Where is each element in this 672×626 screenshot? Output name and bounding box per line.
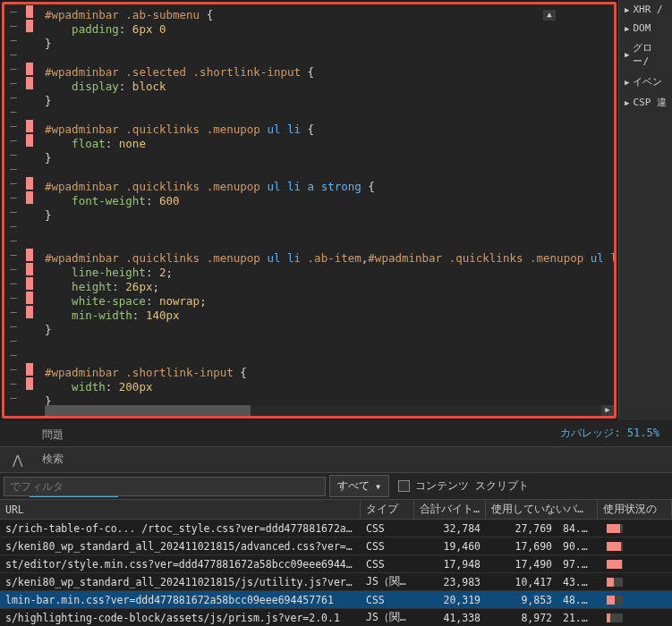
drawer-tabs: ⋀ 問題検索カバレッジ× [0,446,672,473]
cell-pct: 84.7% [557,520,598,537]
code-line[interactable]: min-width: 140px [45,309,614,323]
cell-vis [598,612,672,624]
code-line[interactable]: width: 200px [45,380,614,394]
table-row[interactable]: s/highlighting-code-block/assets/js/pris… [0,609,672,626]
sidebar-item-label: CSP 違 [633,96,667,109]
col-unused[interactable]: 使用していないバイト▼ [486,500,598,519]
cell-url: s/rich-table-of-co... /rtoc_style.css?ve… [0,520,361,537]
scroll-right-icon[interactable]: ▶ [601,405,614,416]
expand-arrow-icon: ▶ [625,5,629,14]
source-code-area[interactable]: #wpadminbar .ab-submenu { padding: 6px 0… [45,4,614,409]
col-vis[interactable]: 使用状況の [598,500,672,519]
sidebar-item[interactable]: ▶CSP 違 [619,92,672,113]
horizontal-scrollbar[interactable] [45,405,601,416]
col-url[interactable]: URL [0,501,361,519]
cell-pct: 48.5% [557,592,598,608]
cell-vis [598,576,672,588]
gutter-dash: – [4,63,22,75]
cell-total: 41,338 [414,610,486,626]
gutter-dash: – [4,48,22,61]
coverage-bar-marker [26,377,33,390]
gutter-dash: – [4,349,22,361]
code-line[interactable] [45,51,614,65]
code-line[interactable]: font-weight: 600 [45,194,614,208]
sidebar-item[interactable]: ▶イベン​ [619,72,672,92]
table-row[interactable]: lmin-bar.min.css?ver=ddd477881672a58bcc0… [0,591,672,609]
cell-unused: 8,972 [486,610,557,626]
code-line[interactable]: #wpadminbar .ab-submenu { [45,8,614,22]
drawer-tab[interactable]: 問題 [30,423,118,447]
col-total[interactable]: 合計バイト数 [414,500,486,519]
code-line[interactable]: #wpadminbar .quicklinks .menupop ul li .… [45,251,614,266]
gutter-dash: – [4,392,22,404]
sidebar-item[interactable]: ▶グロー/ [619,38,672,72]
gutter-dash: – [4,249,22,261]
gutter-dash: – [4,234,22,247]
code-line[interactable] [45,237,614,251]
sidebar-item-label: DOM [633,22,651,34]
code-line[interactable]: padding: 6px 0 [45,22,614,37]
code-line[interactable] [45,165,614,180]
gutter-dash: – [4,263,22,275]
coverage-bar-marker [26,20,33,32]
gutter-dash: – [4,191,22,204]
code-line[interactable]: #wpadminbar .shortlink-input { [45,366,614,380]
code-line[interactable]: line-height: 2; [45,266,614,280]
gutter-dash: – [4,34,22,47]
cell-url: s/keni80_wp_standard_all_202411021815/js… [0,574,361,590]
scrollbar-thumb[interactable] [45,405,251,416]
cell-type: JS（関... [361,609,414,626]
gutter-dash: – [4,206,22,218]
cell-url: s/highlighting-code-block/assets/js/pris… [0,610,361,626]
code-line[interactable]: display: block [45,80,614,94]
table-row[interactable]: s/keni80_wp_standard_all_202411021815/ad… [0,537,672,555]
drawer-tab[interactable]: 検索 [30,447,118,471]
expand-arrow-icon: ▶ [625,50,629,59]
gutter-dash: – [4,334,22,347]
content-scripts-checkbox[interactable] [398,480,410,492]
gutter-dash: – [4,163,22,175]
sidebar-item[interactable]: ▶DOM [619,19,672,38]
gutter-dash: – [4,106,22,118]
code-line[interactable]: } [45,37,614,51]
coverage-bar-marker [26,120,33,132]
expand-arrow-icon: ▶ [625,98,629,107]
table-row[interactable]: s/rich-table-of-co... /rtoc_style.css?ve… [0,520,672,537]
code-line[interactable]: } [45,323,614,337]
code-line[interactable]: height: 26px; [45,280,614,294]
code-line[interactable] [45,223,614,237]
code-line[interactable]: } [45,151,614,165]
cell-unused: 10,417 [486,574,557,590]
code-line[interactable]: white-space: nowrap; [45,294,614,309]
coverage-bar-marker [26,177,33,190]
code-line[interactable] [45,108,614,123]
code-line[interactable]: } [45,208,614,223]
code-line[interactable]: float: none [45,137,614,151]
gutter-dash: – [4,220,22,233]
overflow-icon[interactable]: ⋀ [7,453,28,467]
table-row[interactable]: s/keni80_wp_standard_all_202411021815/js… [0,573,672,591]
cell-pct: 90.9% [557,538,598,554]
gutter-dash: – [4,148,22,161]
sidebar-item[interactable]: ▶XHR / [619,0,672,19]
code-line[interactable]: } [45,94,614,108]
cell-pct: 43.4% [557,574,598,590]
gutter-dash: – [4,363,22,376]
code-line[interactable]: #wpadminbar .quicklinks .menupop ul li a… [45,180,614,194]
sidebar-item-label: グロー/ [633,41,667,68]
col-type[interactable]: タイプ [361,500,414,519]
scroll-up-icon[interactable]: ▲ [543,10,556,21]
code-coverage-panel[interactable]: ▲ –––––––––––––––––––––––––––– #wpadminb… [2,2,617,419]
cell-url: lmin-bar.min.css?ver=ddd477881672a58bcc0… [0,592,361,608]
code-line[interactable] [45,337,614,351]
cell-type: CSS [361,556,414,572]
cell-type: CSS [361,520,414,537]
gutter-dash: – [4,77,22,89]
url-filter-input[interactable] [4,477,326,496]
code-line[interactable]: #wpadminbar .selected .shortlink-input { [45,65,614,80]
code-line[interactable]: #wpadminbar .quicklinks .menupop ul li { [45,123,614,137]
table-row[interactable]: st/editor/style.min.css?ver=ddd477881672… [0,555,672,573]
code-line[interactable] [45,351,614,366]
gutter-dash: – [4,91,22,104]
coverage-type-dropdown[interactable]: すべて▾ [329,475,389,497]
